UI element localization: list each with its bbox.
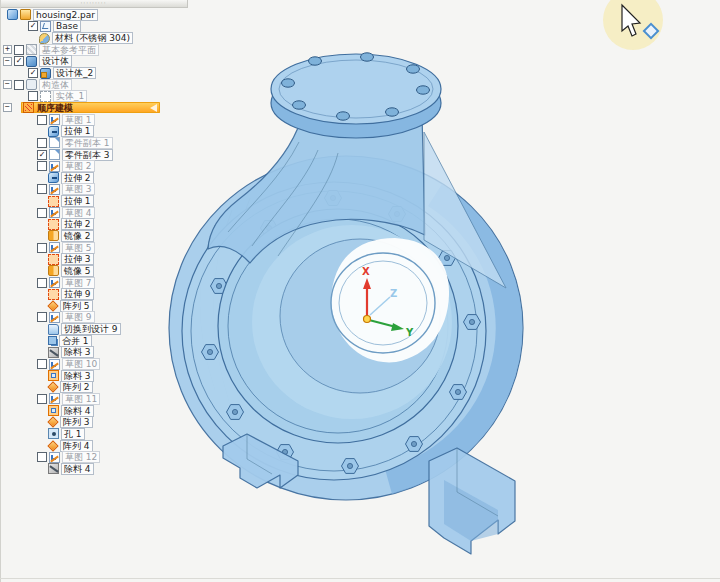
tree-item-label[interactable]: 草图 7 bbox=[62, 277, 95, 289]
tree-row[interactable]: 阵列 4 bbox=[1, 440, 231, 452]
tree-item-label[interactable]: 孔 1 bbox=[61, 428, 85, 440]
tree-item-label[interactable]: 拉伸 9 bbox=[61, 288, 94, 300]
tree-item-label[interactable]: Base bbox=[53, 20, 81, 32]
feature-tree[interactable]: housing2.par✓Base材料 (不锈钢 304)+基本参考平面−✓设计… bbox=[1, 9, 231, 475]
tree-item-label[interactable]: 草图 3 bbox=[62, 183, 95, 195]
tree-item-label[interactable]: 除料 3 bbox=[61, 370, 94, 382]
visibility-checkbox[interactable] bbox=[37, 115, 47, 125]
visibility-checkbox[interactable] bbox=[37, 278, 47, 288]
tree-row[interactable]: 拉伸 1 bbox=[1, 125, 231, 137]
tree-row[interactable]: 材料 (不锈钢 304) bbox=[1, 32, 231, 44]
tree-item-label[interactable]: 设计体 bbox=[39, 55, 72, 67]
tree-item-label[interactable]: 零件副本 3 bbox=[62, 149, 113, 161]
tree-item-label[interactable]: 切换到设计 9 bbox=[61, 323, 121, 335]
tree-item-label[interactable]: 阵列 4 bbox=[60, 440, 93, 452]
tree-item-label[interactable]: 镜像 2 bbox=[61, 230, 94, 242]
tree-item-label[interactable]: 除料 4 bbox=[61, 463, 94, 475]
tree-row[interactable]: −顺序建模 bbox=[1, 102, 231, 114]
tree-row[interactable]: 拉伸 2 bbox=[1, 219, 231, 231]
tree-item-label[interactable]: housing2.par bbox=[33, 9, 98, 21]
tree-row[interactable]: 镜像 5 bbox=[1, 265, 231, 277]
tree-item-label[interactable]: 设计体_2 bbox=[53, 67, 96, 79]
tree-row[interactable]: 草图 12 bbox=[1, 451, 231, 463]
tree-row[interactable]: 实体_1 bbox=[1, 90, 231, 102]
tree-row[interactable]: 拉伸 2 bbox=[1, 172, 231, 184]
tree-row[interactable]: ✓零件副本 3 bbox=[1, 149, 231, 161]
visibility-checkbox[interactable] bbox=[37, 394, 47, 404]
tree-row[interactable]: 阵列 2 bbox=[1, 382, 231, 394]
tree-item-label[interactable]: 草图 11 bbox=[62, 393, 100, 405]
tree-item-label[interactable]: 草图 5 bbox=[62, 242, 95, 254]
rollback-bar-arrow-icon[interactable] bbox=[150, 104, 157, 112]
tree-item-label[interactable]: 草图 10 bbox=[62, 358, 100, 370]
tree-item-label[interactable]: 草图 9 bbox=[62, 311, 95, 323]
tree-item-label[interactable]: 构造体 bbox=[39, 79, 72, 91]
tree-row[interactable]: 除料 3 bbox=[1, 370, 231, 382]
tree-row[interactable]: 草图 1 bbox=[1, 114, 231, 126]
tree-row[interactable]: 阵列 5 bbox=[1, 300, 231, 312]
tree-item-label[interactable]: 阵列 2 bbox=[60, 381, 93, 393]
tree-item-label[interactable]: 拉伸 1 bbox=[61, 125, 94, 137]
tree-row[interactable]: −✓设计体 bbox=[1, 56, 231, 68]
tree-row[interactable]: 镜像 2 bbox=[1, 230, 231, 242]
tree-row[interactable]: 除料 4 bbox=[1, 463, 231, 475]
tree-row[interactable]: 草图 11 bbox=[1, 393, 231, 405]
tree-item-label[interactable]: 草图 1 bbox=[62, 114, 95, 126]
visibility-checkbox[interactable] bbox=[14, 80, 24, 90]
tree-item-label[interactable]: 拉伸 2 bbox=[61, 218, 94, 230]
visibility-checkbox[interactable] bbox=[37, 312, 47, 322]
visibility-checkbox[interactable] bbox=[37, 359, 47, 369]
tree-row[interactable]: 切换到设计 9 bbox=[1, 323, 231, 335]
visibility-checkbox[interactable] bbox=[37, 452, 47, 462]
tree-row[interactable]: ✓设计体_2 bbox=[1, 67, 231, 79]
tree-item-label[interactable]: 镜像 5 bbox=[61, 265, 94, 277]
tree-row[interactable]: 草图 2 bbox=[1, 160, 231, 172]
tree-row[interactable]: 草图 9 bbox=[1, 312, 231, 324]
visibility-checkbox[interactable] bbox=[37, 161, 47, 171]
tree-item-label[interactable]: 阵列 3 bbox=[60, 416, 93, 428]
tree-item-label[interactable]: 合并 1 bbox=[59, 335, 92, 347]
visibility-checkbox[interactable] bbox=[37, 138, 47, 148]
tree-item-label[interactable]: 草图 2 bbox=[62, 160, 95, 172]
tree-row[interactable]: 除料 4 bbox=[1, 405, 231, 417]
visibility-checkbox[interactable] bbox=[28, 91, 38, 101]
tree-row[interactable]: 草图 10 bbox=[1, 358, 231, 370]
ordered-modeling-bar[interactable]: 顺序建模 bbox=[21, 102, 160, 113]
tree-row[interactable]: +基本参考平面 bbox=[1, 44, 231, 56]
visibility-checkbox[interactable]: ✓ bbox=[37, 150, 47, 160]
tree-row[interactable]: housing2.par bbox=[1, 9, 231, 21]
tree-item-label[interactable]: 零件副本 1 bbox=[62, 137, 113, 149]
tree-row[interactable]: 合并 1 bbox=[1, 335, 231, 347]
tree-row[interactable]: ✓Base bbox=[1, 21, 231, 33]
expand-toggle[interactable]: − bbox=[3, 103, 12, 112]
tree-item-label[interactable]: 草图 12 bbox=[62, 451, 100, 463]
tree-row[interactable]: 拉伸 3 bbox=[1, 253, 231, 265]
tree-item-label[interactable]: 顺序建模 bbox=[37, 103, 73, 113]
tree-row[interactable]: 除料 3 bbox=[1, 347, 231, 359]
tree-item-label[interactable]: 草图 4 bbox=[62, 207, 95, 219]
tree-item-label[interactable]: 基本参考平面 bbox=[39, 44, 99, 56]
tree-row[interactable]: 拉伸 9 bbox=[1, 288, 231, 300]
visibility-checkbox[interactable]: ✓ bbox=[14, 56, 24, 66]
expand-toggle[interactable]: − bbox=[3, 80, 12, 89]
tree-row[interactable]: 草图 7 bbox=[1, 277, 231, 289]
tree-row[interactable]: 孔 1 bbox=[1, 428, 231, 440]
tree-item-label[interactable]: 拉伸 2 bbox=[61, 172, 94, 184]
tree-item-label[interactable]: 拉伸 3 bbox=[61, 253, 94, 265]
visibility-checkbox[interactable] bbox=[37, 208, 47, 218]
tree-row[interactable]: 零件副本 1 bbox=[1, 137, 231, 149]
tree-row[interactable]: 拉伸 1 bbox=[1, 195, 231, 207]
tree-item-label[interactable]: 阵列 5 bbox=[60, 300, 93, 312]
tree-row[interactable]: 草图 3 bbox=[1, 184, 231, 196]
tree-item-label[interactable]: 除料 4 bbox=[61, 405, 94, 417]
expand-toggle[interactable]: − bbox=[3, 57, 12, 66]
visibility-checkbox[interactable]: ✓ bbox=[28, 68, 38, 78]
tree-row[interactable]: 草图 4 bbox=[1, 207, 231, 219]
tree-item-label[interactable]: 材料 (不锈钢 304) bbox=[52, 32, 133, 44]
visibility-checkbox[interactable] bbox=[37, 184, 47, 194]
expand-toggle[interactable]: + bbox=[3, 45, 12, 54]
tree-item-label[interactable]: 实体_1 bbox=[53, 90, 87, 102]
tree-row[interactable]: 草图 5 bbox=[1, 242, 231, 254]
visibility-checkbox[interactable] bbox=[14, 45, 24, 55]
tree-row[interactable]: 阵列 3 bbox=[1, 416, 231, 428]
